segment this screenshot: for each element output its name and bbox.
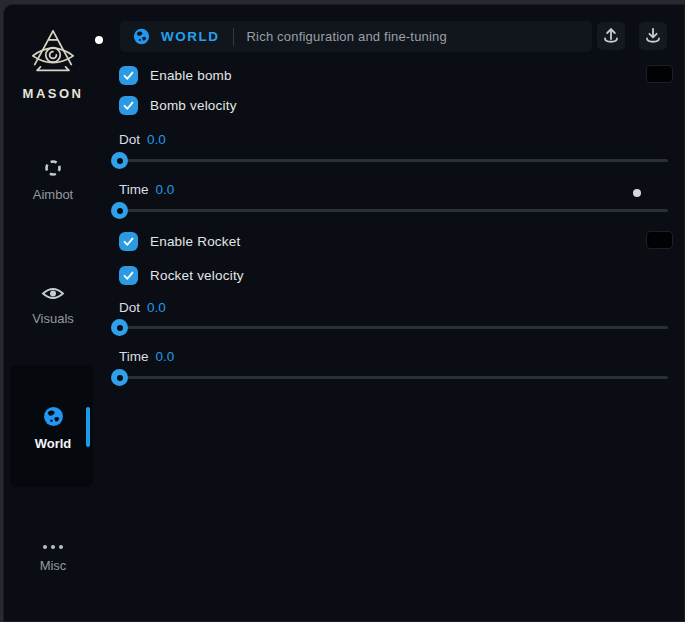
checkmark-icon [122,235,135,248]
logo-text: MASON [3,86,103,101]
cursor-dot [633,189,641,197]
slider-value: 0.0 [156,182,175,197]
checkbox-label: Bomb velocity [150,98,237,113]
bomb-time-slider-knob[interactable] [111,202,128,219]
crosshair-icon [43,158,63,178]
download-config-button[interactable] [639,22,667,50]
bomb-time-slider-track[interactable] [119,209,668,212]
checkbox-row: Bomb velocity [119,96,237,115]
masonic-eye-icon [26,26,80,80]
sidebar: MASON Aimbot Visuals World [3,4,103,622]
slider-name: Dot [119,300,140,315]
slider-label: Time0.0 [119,182,174,197]
active-tab-accent-bar [86,407,90,447]
checkmark-icon [122,99,135,112]
rocket-time-slider-track[interactable] [119,376,668,379]
rocket-color-swatch[interactable] [646,231,673,249]
globe-icon [133,28,150,45]
page-title: WORLD [161,29,220,44]
header-divider [233,28,234,46]
sidebar-item-visuals[interactable]: Visuals [3,285,103,326]
slider-value: 0.0 [147,132,166,147]
sidebar-item-aimbot[interactable]: Aimbot [3,158,103,202]
sidebar-item-label: Visuals [3,311,103,326]
checkbox-label: Enable bomb [150,68,232,83]
slider-name: Dot [119,132,140,147]
slider-value: 0.0 [156,349,175,364]
rocket-dot-slider-track[interactable] [119,326,668,329]
slider-value: 0.0 [147,300,166,315]
page-header: WORLD Rich configuration and fine-tuning [120,21,592,52]
slider-label: Time0.0 [119,349,174,364]
bomb-dot-slider-track[interactable] [119,159,668,162]
upload-config-button[interactable] [597,22,625,50]
checkbox-label: Enable Rocket [150,234,240,249]
checkbox-label: Rocket velocity [150,268,244,283]
sidebar-item-label: Aimbot [3,187,103,202]
slider-label: Dot0.0 [119,300,166,315]
sidebar-item-label: Misc [3,558,103,573]
enable-bomb-checkbox[interactable] [119,66,138,85]
rocket-time-slider-knob[interactable] [111,369,128,386]
rocket-velocity-checkbox[interactable] [119,266,138,285]
ellipsis-icon [43,545,63,549]
slider-name: Time [119,182,149,197]
checkmark-icon [122,269,135,282]
bomb-dot-slider-knob[interactable] [111,152,128,169]
page-subtitle: Rich configuration and fine-tuning [247,29,447,44]
cursor-dot [95,36,103,44]
bomb-velocity-checkbox[interactable] [119,96,138,115]
eye-icon [41,285,65,302]
globe-icon [43,406,64,427]
checkmark-icon [122,69,135,82]
bomb-color-swatch[interactable] [646,65,673,83]
checkbox-row: Rocket velocity [119,266,244,285]
checkbox-row: Enable Rocket [119,232,240,251]
upload-icon [601,26,621,46]
slider-name: Time [119,349,149,364]
slider-label: Dot0.0 [119,132,166,147]
rocket-dot-slider-knob[interactable] [111,319,128,336]
app-window: MASON Aimbot Visuals World [3,4,685,622]
download-icon [643,26,663,46]
checkbox-row: Enable bomb [119,66,232,85]
enable-rocket-checkbox[interactable] [119,232,138,251]
sidebar-item-misc[interactable]: Misc [3,535,103,573]
logo: MASON [3,26,103,101]
